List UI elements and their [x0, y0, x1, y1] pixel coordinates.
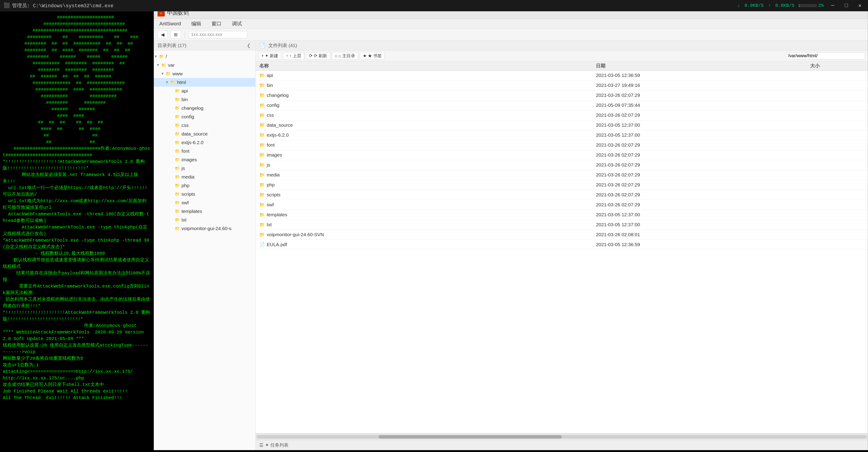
scroll-thumb[interactable]	[379, 435, 562, 439]
table-row[interactable]: 📁bin 2021-03-27 19:49:16	[256, 80, 868, 90]
tree-item-templates_side[interactable]: ▶📁templates	[154, 207, 255, 216]
home-btn[interactable]: ⌂ ⌂ 主目录	[332, 52, 358, 60]
table-row[interactable]: 📁swf 2021-03-26 02:07:29	[256, 200, 868, 210]
menu-edit[interactable]: 编辑	[189, 20, 203, 28]
tree-item-swf[interactable]: ▶📁swf	[154, 198, 255, 207]
table-row[interactable]: 📁config 2021-05-09 07:35:44	[256, 100, 868, 110]
tree-item-js[interactable]: ▶📁js	[154, 164, 255, 173]
folder-icon-templates_side: 📁	[175, 209, 180, 214]
table-row[interactable]: 📁changelog 2021-03-26 02:07:29	[256, 90, 868, 100]
tree-item-data_source[interactable]: ▶📁data_source	[154, 130, 255, 138]
col-size[interactable]: 大小	[807, 61, 868, 70]
file-date-cell: 2021-03-26 02:07:29	[592, 140, 807, 150]
tree-item-html[interactable]: ▼📁html	[154, 78, 255, 87]
col-date[interactable]: 日期	[592, 61, 807, 70]
toolbar-separator	[185, 31, 185, 38]
table-row[interactable]: 📄EULA.pdf 2021-03-05 12:36:59	[256, 239, 868, 250]
win-maximize-btn[interactable]: □	[842, 1, 851, 10]
table-row[interactable]: 📁extjs-6.2.0 2021-03-05 12:37:00	[256, 130, 868, 140]
dir-tree[interactable]: ▼📁/▼📁var▼📁www▼📁html▶📁api▶📁bin▶📁changelog…	[154, 51, 255, 450]
folder-icon-php: 📁	[175, 183, 180, 188]
table-row[interactable]: 📁scripts 2021-03-26 02:07:29	[256, 190, 868, 200]
toggle-icon-html: ▼	[165, 80, 169, 84]
tree-item-extjs[interactable]: ▶📁extjs-6.2.0	[154, 138, 255, 147]
file-date-cell: 2021-03-26 02:07:29	[592, 160, 807, 170]
path-input[interactable]: /var/www/html/	[786, 52, 865, 59]
folder-icon-images: 📁	[175, 157, 180, 162]
file-size-cell	[807, 130, 868, 140]
tree-item-api[interactable]: ▶📁api	[154, 87, 255, 95]
menu-debug[interactable]: 调试	[230, 20, 244, 28]
table-row[interactable]: 📁images 2021-03-26 02:07:29	[256, 150, 868, 160]
table-row[interactable]: 📁js 2021-03-26 02:07:29	[256, 160, 868, 170]
tree-item-php[interactable]: ▶📁php	[154, 181, 255, 190]
tree-item-changelog[interactable]: ▶📁changelog	[154, 104, 255, 112]
table-row[interactable]: 📁templates 2021-03-05 12:37:00	[256, 210, 868, 220]
table-row[interactable]: 📁media 2021-03-26 02:07:29	[256, 170, 868, 180]
scroll-track[interactable]	[256, 435, 867, 439]
tree-item-images[interactable]: ▶📁images	[154, 156, 255, 164]
tree-item-var[interactable]: ▼📁var	[154, 61, 255, 69]
tree-item-bin[interactable]: ▶📁bin	[154, 95, 255, 104]
win-minimize-btn[interactable]: ─	[828, 1, 837, 10]
tree-item-config[interactable]: ▶📁config	[154, 112, 255, 121]
file-name-cell: 📁css	[256, 110, 592, 120]
win-close-btn[interactable]: ✕	[855, 1, 864, 10]
tree-item-root[interactable]: ▼📁/	[154, 52, 255, 61]
col-name[interactable]: 名称	[256, 61, 592, 70]
folder-icon-root: 📁	[159, 54, 164, 59]
dir-panel-header: 目录列表 (17) ❮	[154, 40, 255, 51]
folder-icon-html: 📁	[170, 80, 175, 85]
tree-label-templates_side: templates	[182, 208, 202, 214]
up-icon: ↑	[286, 53, 288, 58]
folder-icon: 📁	[259, 83, 265, 88]
tree-label-data_source: data_source	[182, 131, 208, 137]
folder-icon-media: 📁	[175, 174, 180, 179]
scrollbar-area[interactable]	[256, 433, 868, 440]
table-row[interactable]: 📁font 2021-03-26 02:07:29	[256, 140, 868, 150]
menu-antsword[interactable]: AntSword	[158, 20, 183, 28]
table-row[interactable]: 📁voipmonitor-gui-24.60-SVN 2021-03-26 02…	[256, 230, 868, 239]
folder-icon-css: 📁	[175, 123, 180, 128]
table-row[interactable]: 📁php 2021-03-26 02:07:29	[256, 180, 868, 190]
bookmark-btn[interactable]: ★ ★ 书签	[360, 52, 385, 60]
folder-icon-var: 📁	[161, 63, 166, 68]
file-date-cell: 2021-03-26 02:07:29	[592, 180, 807, 190]
menu-window[interactable]: 窗口	[210, 20, 223, 28]
tree-item-media[interactable]: ▶📁media	[154, 173, 255, 181]
folder-icon: 📁	[259, 232, 265, 237]
tree-label-voipmonitor: voipmonitor-gui-24.60-s	[182, 226, 231, 231]
tree-item-txt[interactable]: ▶📁txt	[154, 216, 255, 224]
folder-icon-txt: 📁	[175, 218, 180, 222]
file-icon-header: 📄	[259, 43, 265, 48]
tree-item-scripts[interactable]: ▶📁scripts	[154, 190, 255, 198]
file-size-cell	[807, 230, 868, 239]
win-titlebar: ⬛ 管理员: C:\Windows\system32\cmd.exe ↓ 0.0…	[0, 0, 868, 11]
dir-panel-toggle[interactable]: ❮	[246, 42, 252, 49]
address-input[interactable]	[188, 31, 247, 38]
nav-grid-btn[interactable]: ⊞	[170, 31, 181, 39]
up-btn[interactable]: ↑ ↑ 上层	[283, 52, 304, 60]
net-down-icon: ↓	[737, 3, 740, 8]
tree-item-voipmonitor[interactable]: ▶📁voipmonitor-gui-24.60-s	[154, 224, 255, 233]
terminal-panel: ##################### ##################…	[0, 11, 154, 452]
folder-icon: 📁	[259, 163, 265, 167]
table-row[interactable]: 📁api 2021-03-05 12:36:59	[256, 70, 868, 80]
folder-icon: 📁	[259, 73, 265, 78]
refresh-btn[interactable]: ⟳ ⟳ 刷新	[306, 52, 330, 60]
tree-label-www: www	[173, 71, 183, 77]
nav-back-btn[interactable]: ◀	[158, 31, 168, 39]
tree-item-www[interactable]: ▼📁www	[154, 69, 255, 78]
tree-item-css[interactable]: ▶📁css	[154, 121, 255, 130]
table-row[interactable]: 📁css 2021-03-26 02:07:29	[256, 110, 868, 120]
folder-icon: 📁	[259, 113, 265, 118]
tree-item-font[interactable]: ▶📁font	[154, 147, 255, 156]
table-row[interactable]: 📁data_source 2021-03-05 12:37:00	[256, 120, 868, 130]
new-btn[interactable]: + ✦ 新建	[258, 52, 281, 60]
file-panel-toolbar: + ✦ 新建 ↑ ↑ 上层 ⟳ ⟳ 刷新 ⌂ ⌂ 主目录 ★ ★ 书签	[256, 51, 868, 61]
table-row[interactable]: 📁txt 2021-03-05 12:37:00	[256, 220, 868, 230]
folder-icon-voipmonitor: 📁	[175, 226, 180, 231]
folder-icon: 📁	[259, 192, 265, 197]
file-size-cell	[807, 200, 868, 210]
cpu-usage-display: 2%	[799, 3, 824, 8]
